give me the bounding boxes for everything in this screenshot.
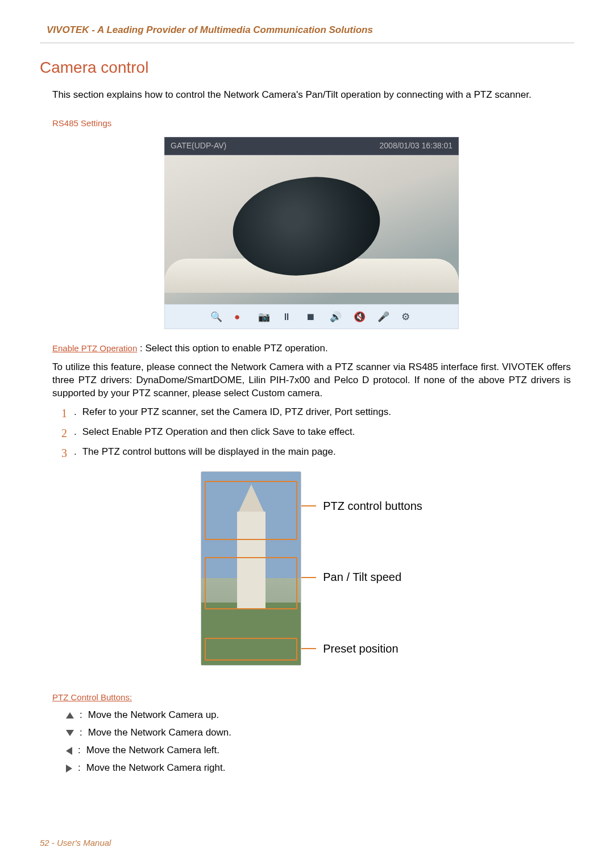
mic-icon[interactable]: 🎤 bbox=[377, 311, 389, 322]
ptz-left: :Move the Network Camera left. bbox=[66, 744, 571, 757]
step-3: 3.The PTZ control buttons will be displa… bbox=[52, 446, 571, 461]
footer-label: User's Manual bbox=[57, 838, 111, 848]
snapshot-toolbar: 🔍 ● 📷 ⏸ ⏹ 🔊 🔇 🎤 ⚙ bbox=[164, 304, 459, 329]
ptz-up-text: Move the Network Camera up. bbox=[88, 709, 219, 722]
subheading-rs485: RS485 Settings bbox=[52, 118, 111, 129]
snapshot-timestamp: 2008/01/03 16:38:01 bbox=[380, 140, 453, 151]
ptz-left-text: Move the Network Camera left. bbox=[86, 744, 219, 757]
highlight-preset bbox=[205, 638, 297, 661]
page-header-brand: VIVOTEK - A Leading Provider of Multimed… bbox=[47, 24, 574, 37]
anno-ptz-buttons: PTZ control buttons bbox=[323, 499, 422, 514]
annotations: PTZ control buttons Pan / Tilt speed Pre… bbox=[316, 471, 422, 665]
preview-panel bbox=[201, 471, 301, 666]
section-title: Camera control bbox=[40, 57, 574, 78]
page-footer: 52 - User's Manual bbox=[40, 837, 111, 849]
ptz-button-list: :Move the Network Camera up. :Move the N… bbox=[66, 709, 571, 775]
up-icon bbox=[66, 712, 74, 719]
ptz-right: :Move the Network Camera right. bbox=[66, 762, 571, 775]
highlight-ptz-buttons bbox=[205, 481, 297, 540]
ptz-buttons-heading: PTZ Control Buttons: bbox=[52, 692, 132, 703]
ptz-right-text: Move the Network Camera right. bbox=[86, 762, 226, 775]
right-icon bbox=[66, 765, 72, 773]
step-3-text: The PTZ control buttons will be displaye… bbox=[82, 446, 336, 459]
anno-preset: Preset position bbox=[323, 641, 398, 657]
stop-icon[interactable]: ⏹ bbox=[306, 311, 317, 322]
record-icon[interactable]: ● bbox=[234, 311, 246, 322]
snapshot-label: GATE(UDP-AV) bbox=[171, 140, 226, 151]
mute-icon[interactable]: 🔇 bbox=[354, 311, 365, 322]
step-2-text: Select Enable PTZ Operation and then cli… bbox=[82, 426, 355, 439]
intro-paragraph: This section explains how to control the… bbox=[52, 89, 571, 102]
snapshot-titlebar: GATE(UDP-AV) 2008/01/03 16:38:01 bbox=[164, 137, 459, 155]
pause-icon[interactable]: ⏸ bbox=[282, 311, 293, 322]
enable-line: Enable PTZ Operation : Select this optio… bbox=[52, 339, 571, 356]
settings-icon[interactable]: ⚙ bbox=[401, 311, 413, 322]
body-content: This section explains how to control the… bbox=[52, 89, 571, 775]
step-2: 2.Select Enable PTZ Operation and then c… bbox=[52, 426, 571, 441]
enable-desc: : Select this option to enable PTZ opera… bbox=[140, 343, 328, 354]
snapshot-icon[interactable]: 📷 bbox=[258, 311, 269, 322]
enable-paragraph: To utilize this feature, please connect … bbox=[52, 361, 571, 400]
page-number: 52 bbox=[40, 838, 49, 848]
ptz-annotated-figure: PTZ control buttons Pan / Tilt speed Pre… bbox=[52, 471, 571, 666]
step-1: 1.Refer to your PTZ scanner, set the Cam… bbox=[52, 406, 571, 421]
camera-snapshot: GATE(UDP-AV) 2008/01/03 16:38:01 🔍 ● 📷 ⏸… bbox=[164, 137, 459, 329]
down-icon bbox=[66, 730, 74, 736]
enable-label: Enable PTZ Operation bbox=[52, 343, 137, 354]
highlight-speed bbox=[205, 557, 297, 609]
anno-speed: Pan / Tilt speed bbox=[323, 570, 401, 585]
ptz-down-text: Move the Network Camera down. bbox=[88, 726, 231, 740]
document-page: VIVOTEK - A Leading Provider of Multimed… bbox=[0, 0, 614, 868]
ptz-up: :Move the Network Camera up. bbox=[66, 709, 571, 722]
header-divider bbox=[40, 43, 574, 43]
snapshot-image bbox=[164, 155, 459, 304]
steps-list: 1.Refer to your PTZ scanner, set the Cam… bbox=[52, 406, 571, 461]
ptz-down: :Move the Network Camera down. bbox=[66, 726, 571, 740]
volume-icon[interactable]: 🔊 bbox=[330, 311, 341, 322]
step-1-text: Refer to your PTZ scanner, set the Camer… bbox=[82, 406, 391, 419]
zoom-icon[interactable]: 🔍 bbox=[210, 311, 222, 322]
left-icon bbox=[66, 747, 72, 755]
